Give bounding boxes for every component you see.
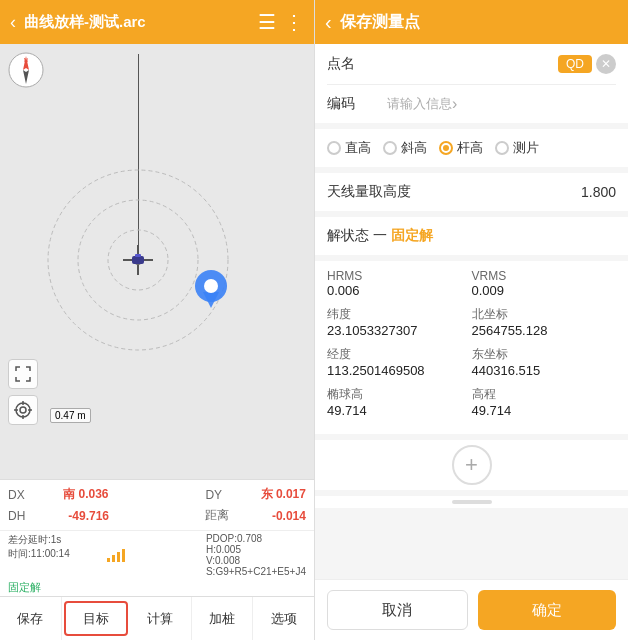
right-header: ‹ 保存测量点 xyxy=(315,0,628,44)
h-label: H:0.005 xyxy=(206,544,306,555)
radio-zhigao-label: 直高 xyxy=(345,139,371,157)
stats-bar: DX 南 0.036 DY 东 0.017 DH -49.716 距离 -0.0… xyxy=(0,479,314,530)
calc-button[interactable]: 计算 xyxy=(130,597,192,640)
lat-col: 纬度 23.1053327307 xyxy=(327,306,472,338)
map-circles xyxy=(38,160,238,364)
north-val: 2564755.128 xyxy=(472,323,617,338)
hrms-label: HRMS xyxy=(327,269,472,283)
radio-cepian-label: 测片 xyxy=(513,139,539,157)
add-stake-button[interactable]: 加桩 xyxy=(192,597,254,640)
ellip-col: 椭球高 49.714 xyxy=(327,386,472,418)
dh-label: DH xyxy=(8,509,25,523)
dist-value: -0.014 xyxy=(272,509,306,523)
right-back-button[interactable]: ‹ xyxy=(325,11,332,34)
radio-gangao-circle xyxy=(439,141,453,155)
radio-xiegao-label: 斜高 xyxy=(401,139,427,157)
right-panel: ‹ 保存测量点 点名 QD ✕ 编码 请输入信息 › 直高 斜高 xyxy=(314,0,628,640)
point-name-clear[interactable]: ✕ xyxy=(596,54,616,74)
add-point-button[interactable]: + xyxy=(452,445,492,485)
status-section: 解状态 一 固定解 xyxy=(315,217,628,255)
signal-bars xyxy=(107,549,125,562)
radio-cepian[interactable]: 测片 xyxy=(495,139,539,157)
bottom-toolbar: 保存 目标 计算 加桩 选项 xyxy=(0,596,314,640)
status-dash: 一 xyxy=(373,227,387,245)
code-label: 编码 xyxy=(327,95,387,113)
point-name-label: 点名 xyxy=(327,55,387,73)
elev-col: 高程 49.714 xyxy=(472,386,617,418)
lat-north-row: 纬度 23.1053327307 北坐标 2564755.128 xyxy=(327,306,616,338)
point-form-section: 点名 QD ✕ 编码 请输入信息 › xyxy=(315,44,628,123)
hrms-vrms-row: HRMS 0.006 VRMS 0.009 xyxy=(327,269,616,298)
fixed-status: 固定解 xyxy=(0,579,314,596)
north-col: 北坐标 2564755.128 xyxy=(472,306,617,338)
dx-label: DX xyxy=(8,488,25,502)
expand-button[interactable] xyxy=(8,359,38,389)
antenna-section: 天线量取高度 1.800 xyxy=(315,173,628,211)
antenna-value: 1.800 xyxy=(419,184,616,200)
radio-gangao[interactable]: 杆高 xyxy=(439,139,483,157)
svg-text:N: N xyxy=(24,57,28,63)
lon-col: 经度 113.2501469508 xyxy=(327,346,472,378)
action-row: 取消 确定 xyxy=(315,579,628,640)
radio-gangao-dot xyxy=(443,145,449,151)
dh-value: -49.716 xyxy=(68,509,109,523)
north-label: 北坐标 xyxy=(472,306,617,323)
left-header: ‹ 曲线放样-测试.arc ☰ ⋮ xyxy=(0,0,314,44)
scale-label: 0.47 m xyxy=(50,408,91,423)
radio-zhigao[interactable]: 直高 xyxy=(327,139,371,157)
vrms-val: 0.009 xyxy=(472,283,617,298)
dist-label: 距离 xyxy=(205,507,229,524)
time-label: 时间:11:00:14 xyxy=(8,547,107,561)
save-button[interactable]: 保存 xyxy=(0,597,62,640)
status-label: 解状态 xyxy=(327,227,369,245)
cancel-button[interactable]: 取消 xyxy=(327,590,468,630)
code-row: 编码 请输入信息 › xyxy=(327,85,616,123)
svg-rect-13 xyxy=(135,254,141,257)
hrms-val: 0.006 xyxy=(327,283,472,298)
svg-point-17 xyxy=(16,403,30,417)
east-val: 440316.515 xyxy=(472,363,617,378)
left-title: 曲线放样-测试.arc xyxy=(24,13,250,32)
v-label: V:0.008 xyxy=(206,555,306,566)
more-icon[interactable]: ⋮ xyxy=(284,10,304,34)
elev-label: 高程 xyxy=(472,386,617,403)
confirm-button[interactable]: 确定 xyxy=(478,590,617,630)
east-label: 东坐标 xyxy=(472,346,617,363)
svg-point-16 xyxy=(204,279,218,293)
height-type-section: 直高 斜高 杆高 测片 xyxy=(315,129,628,167)
lon-val: 113.2501469508 xyxy=(327,363,472,378)
radio-zhigao-circle xyxy=(327,141,341,155)
left-back-button[interactable]: ‹ xyxy=(10,12,16,33)
ellip-val: 49.714 xyxy=(327,403,472,418)
lon-label: 经度 xyxy=(327,346,472,363)
radio-xiegao-circle xyxy=(383,141,397,155)
antenna-row: 天线量取高度 1.800 xyxy=(327,173,616,211)
location-pin xyxy=(195,270,227,314)
menu-icon[interactable]: ☰ xyxy=(258,10,276,34)
elev-val: 49.714 xyxy=(472,403,617,418)
dy-value: 东 0.017 xyxy=(261,486,306,503)
target-button[interactable]: 目标 xyxy=(64,601,129,636)
compass-icon: N xyxy=(8,52,44,88)
sat-label: S:G9+R5+C21+E5+J4 xyxy=(206,566,306,577)
lat-label: 纬度 xyxy=(327,306,472,323)
info-row: 差分延时:1s 时间:11:00:14 PDOP:0.708 H:0.005 V… xyxy=(0,530,314,579)
delay-label: 差分延时:1s xyxy=(8,533,107,547)
point-name-badge: QD xyxy=(558,55,592,73)
radio-gangao-label: 杆高 xyxy=(457,139,483,157)
pdop-label: PDOP:0.708 xyxy=(206,533,306,544)
map-area: N xyxy=(0,44,314,479)
vrms-col: VRMS 0.009 xyxy=(472,269,617,298)
status-value: 固定解 xyxy=(391,227,433,245)
target-icon[interactable] xyxy=(8,395,38,425)
dy-label: DY xyxy=(205,488,222,502)
lon-east-row: 经度 113.2501469508 东坐标 440316.515 xyxy=(327,346,616,378)
code-arrow-icon[interactable]: › xyxy=(452,95,457,113)
options-button[interactable]: 选项 xyxy=(253,597,314,640)
vrms-label: VRMS xyxy=(472,269,617,283)
swipe-bar xyxy=(452,500,492,504)
hrms-col: HRMS 0.006 xyxy=(327,269,472,298)
radio-xiegao[interactable]: 斜高 xyxy=(383,139,427,157)
ellip-elev-row: 椭球高 49.714 高程 49.714 xyxy=(327,386,616,418)
code-placeholder: 请输入信息 xyxy=(387,95,452,113)
